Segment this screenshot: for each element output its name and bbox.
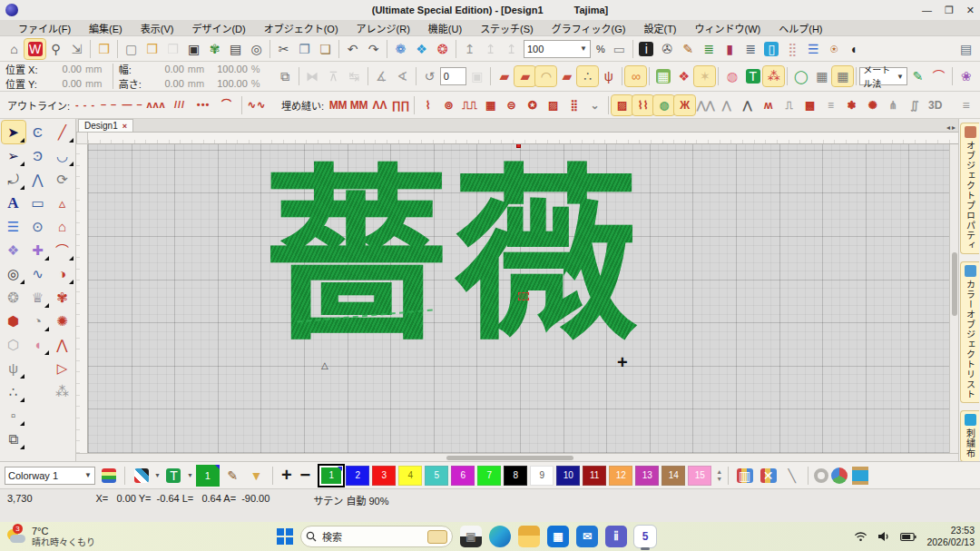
remove-color-button[interactable]: − <box>298 465 314 486</box>
fill-weave[interactable]: ▦ <box>480 95 501 115</box>
ring-icon[interactable] <box>814 468 828 483</box>
tool-spiral[interactable]: ❂ <box>2 286 25 309</box>
tab-close-icon[interactable]: × <box>122 122 127 131</box>
rotate-angle-field[interactable]: 0 <box>440 67 467 85</box>
height-percent-field[interactable]: 100.00 <box>210 78 251 89</box>
tool-dot-select[interactable]: ∴ <box>2 380 25 403</box>
menu-function[interactable]: 機能(U) <box>419 21 471 35</box>
fill-ring[interactable]: ✪ <box>522 95 543 115</box>
swatch-8[interactable]: 8 <box>504 466 527 486</box>
fill-squiggle[interactable]: ⌇ <box>417 95 438 115</box>
add-color-button[interactable]: + <box>279 465 295 486</box>
tshirt-icon[interactable]: T <box>742 66 763 86</box>
panel-tab-object-properties[interactable]: オブジェクトプロパティ <box>960 123 979 254</box>
zoom-in-icon[interactable]: ↥ <box>459 39 480 59</box>
run-dots-icon[interactable]: ∴ <box>577 66 598 86</box>
menu-view[interactable]: 表示(V) <box>132 21 183 35</box>
contrast-icon[interactable]: ◐ <box>845 39 866 59</box>
stamp-icon[interactable]: ⍟ <box>824 39 845 59</box>
fill-lines-gray[interactable]: ≡ <box>820 95 841 115</box>
fill-3d[interactable]: 3D <box>925 95 946 115</box>
swatch-scroll-down-icon[interactable]: ▼ <box>716 476 722 482</box>
tool-square-circle[interactable]: ⧉ <box>2 428 25 450</box>
tool-arc[interactable]: ◡ <box>51 144 74 167</box>
fill-rays[interactable]: ❃ <box>841 95 862 115</box>
tool-rotate-3d[interactable]: ⟳ <box>51 168 74 191</box>
tool-shape-library[interactable]: ✚ <box>26 239 50 261</box>
thread-list-icon[interactable] <box>98 466 119 486</box>
width-field[interactable]: 0.00 <box>146 64 188 74</box>
pen-settings-icon[interactable]: ✎ <box>907 66 928 86</box>
fill-fan-gray-2[interactable]: ⋀ <box>716 95 737 115</box>
chevron-down-icon[interactable]: ▼ <box>187 472 193 478</box>
fill-dash-box[interactable]: ▩ <box>799 95 820 115</box>
tool-wheel[interactable]: ✺ <box>51 310 74 332</box>
vertical-scrollbar[interactable] <box>949 144 958 453</box>
tool-rectangle[interactable]: ▭ <box>26 192 50 214</box>
swatch-11[interactable]: 11 <box>583 466 606 486</box>
outline-arc[interactable]: ⌒ <box>215 95 239 115</box>
colorway-combobox[interactable]: Colorway 1▼ <box>5 467 95 485</box>
tool-curve-select[interactable]: Ͼ <box>26 121 50 143</box>
thread-spool-icon[interactable] <box>852 467 868 485</box>
satin-stitch-icon[interactable]: ▰ <box>494 66 514 86</box>
volume-icon[interactable] <box>877 531 890 542</box>
swatch-12[interactable]: 12 <box>609 466 632 486</box>
fill-curves-gray[interactable]: ⋔ <box>883 95 904 115</box>
tool-circles[interactable]: ◎ <box>2 262 25 285</box>
fill-satin-2[interactable]: ΜΜ <box>348 95 369 115</box>
tool-branch[interactable]: ψ <box>2 357 25 379</box>
tool-ellipse[interactable]: ⊙ <box>26 215 50 238</box>
tool-crescent[interactable]: ◖ <box>26 333 50 356</box>
swatch-7[interactable]: 7 <box>477 466 501 486</box>
cut-icon[interactable]: ✂ <box>273 39 294 59</box>
tool-house-shape[interactable]: ⌂ <box>51 215 74 238</box>
fill-coil[interactable]: ⊚ <box>438 95 459 115</box>
embroidery-design-text[interactable]: 薔薇 <box>263 155 642 356</box>
fill-hatch[interactable]: ▨ <box>543 95 564 115</box>
checklist-icon[interactable]: ≣ <box>699 39 720 59</box>
save-icon[interactable]: ▣ <box>183 39 204 59</box>
home-icon[interactable]: ⌂ <box>4 39 24 59</box>
selection-anchor[interactable] <box>518 292 529 300</box>
pulse-w-icon[interactable]: W <box>24 39 45 59</box>
tool-flower-wheel[interactable]: ✾ <box>51 286 74 309</box>
swatch-15[interactable]: 15 <box>688 466 711 486</box>
fill-fan-gray-1[interactable]: ⋀⋀ <box>695 95 716 115</box>
outline-dash-1[interactable]: - - - <box>74 95 97 115</box>
chevron-down-icon[interactable]: ▼ <box>897 73 904 81</box>
thread-remove-icon[interactable]: ✕ <box>758 466 779 486</box>
menu-file[interactable]: ファイル(F) <box>9 21 80 35</box>
fill-square-wave[interactable]: ⎍⎍ <box>459 95 480 115</box>
wifi-icon[interactable] <box>854 531 867 542</box>
pos-x-field[interactable]: 0.00 <box>44 64 85 74</box>
tool-hexagon-outline[interactable]: ⬡ <box>2 333 25 356</box>
fill-satin-1[interactable]: ΜΜ <box>328 95 348 115</box>
tool-draw-line[interactable]: ╱ <box>51 121 74 143</box>
tool-column[interactable]: ⌒ <box>51 239 74 261</box>
tool-text[interactable]: A <box>2 192 25 214</box>
swatch-13[interactable]: 13 <box>635 466 659 486</box>
outline-hatch[interactable]: /// <box>168 95 191 115</box>
fill-rings-gray[interactable]: ∬ <box>904 95 925 115</box>
swatch-5[interactable]: 5 <box>425 466 448 486</box>
diagonal-line-icon[interactable]: ╲ <box>781 466 802 486</box>
satin-path-icon[interactable]: ▰ <box>514 66 535 86</box>
thread-palette-icon[interactable]: ▥ <box>734 466 755 486</box>
zoom-out-icon[interactable]: ↥ <box>480 39 501 59</box>
open-folder-icon[interactable]: ❒ <box>142 39 162 59</box>
fill-wave-gray[interactable]: ⎍ <box>779 95 799 115</box>
chevron-down-icon[interactable]: ▼ <box>84 471 92 479</box>
outline-dash-3[interactable]: — – <box>121 95 144 115</box>
paint-bucket-icon[interactable]: ▼ <box>246 466 267 486</box>
fill-dot-circle[interactable]: ◍ <box>653 95 674 115</box>
tool-lasso-select[interactable]: ➢ <box>2 144 25 167</box>
taskbar-pulse-app-icon[interactable]: 5 <box>634 526 656 547</box>
taskbar-outlook-icon[interactable]: ✉ <box>576 526 598 547</box>
swatch-10[interactable]: 10 <box>556 466 580 486</box>
minimize-button[interactable]: — <box>922 5 932 16</box>
tab-design1[interactable]: Design1 × <box>78 119 133 132</box>
palette-grid-icon[interactable] <box>131 466 152 486</box>
vertical-scroll-handle[interactable] <box>952 252 957 316</box>
chevron-down-icon[interactable]: ▼ <box>580 44 587 53</box>
